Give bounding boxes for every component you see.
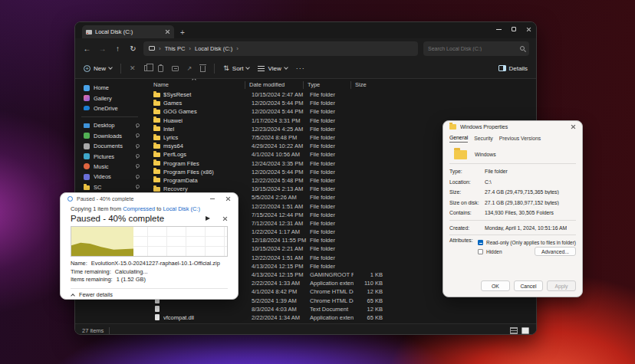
file-name: Intel: [163, 126, 248, 133]
file-type: File folder: [306, 169, 354, 175]
file-row[interactable]: GOG Games 12/20/2024 5:44 PM File folder: [148, 107, 536, 116]
minimize-icon[interactable]: [496, 29, 502, 30]
view-button[interactable]: View: [258, 65, 287, 72]
new-button[interactable]: + New: [84, 65, 112, 72]
cancel-button[interactable]: Cancel: [514, 280, 543, 291]
source-folder-link[interactable]: Compressed: [123, 205, 155, 212]
file-row[interactable]: Games 12/20/2024 5:44 PM File folder: [148, 99, 536, 107]
file-date-modified: 1/17/2024 3:31 PM: [248, 117, 306, 124]
sidebar-item[interactable]: Desktop: [75, 120, 144, 130]
properties-tab[interactable]: General: [449, 135, 468, 143]
details-toggle[interactable]: Details: [498, 65, 528, 72]
sidebar-item[interactable]: Documents: [75, 141, 144, 151]
tab-close-icon[interactable]: [165, 29, 170, 34]
more-options-icon[interactable]: ···: [296, 64, 305, 72]
advanced-button[interactable]: Advanced...: [535, 247, 576, 256]
file-type: File folder: [306, 108, 354, 115]
column-type[interactable]: Type: [303, 81, 350, 89]
sidebar-item-label: Downloads: [94, 133, 131, 139]
file-date-modified: 4/13/2024 12:15 PM: [248, 263, 306, 270]
cut-icon[interactable]: ✕: [130, 64, 136, 72]
sort-icon: ⇅: [223, 64, 229, 72]
object-name: Windows: [475, 152, 496, 157]
copy-icon[interactable]: [144, 65, 150, 71]
breadcrumb-local-disk[interactable]: Local Disk (C:): [195, 45, 232, 52]
file-name: $SysReset: [163, 91, 248, 98]
pin-icon: [135, 133, 140, 138]
back-icon[interactable]: ←: [82, 44, 92, 53]
sidebar-item[interactable]: Gallery: [75, 93, 144, 103]
properties-tab[interactable]: Previous Versions: [499, 136, 541, 143]
breadcrumb[interactable]: › This PC › Local Disk (C:) ›: [143, 41, 418, 56]
sidebar-item[interactable]: OneDrive: [75, 103, 144, 113]
properties-tab[interactable]: Security: [474, 136, 493, 143]
search-icon: [520, 46, 525, 51]
resume-icon[interactable]: [206, 216, 210, 221]
file-type: File folder: [306, 100, 354, 107]
column-size[interactable]: Size: [350, 81, 384, 89]
breadcrumb-this-pc[interactable]: This PC: [165, 45, 186, 52]
chevron-up-icon: [71, 293, 75, 298]
new-label: New: [94, 65, 106, 72]
hidden-checkbox[interactable]: [478, 249, 483, 254]
sidebar-item[interactable]: Pictures: [75, 151, 144, 161]
sort-button[interactable]: ⇅ Sort: [223, 64, 249, 72]
fewer-details-button[interactable]: Fewer details: [71, 289, 228, 301]
file-row[interactable]: 8/3/2024 4:03 AM Text Document 12 KB: [148, 305, 536, 313]
destination-folder-link[interactable]: Local Disk (C:): [163, 205, 199, 212]
transfer-speed-graph: [71, 226, 228, 257]
cancel-copy-icon[interactable]: [222, 216, 228, 221]
sidebar-item[interactable]: Music: [75, 162, 144, 172]
downloads-icon: [84, 133, 90, 139]
folder-icon: [153, 152, 160, 157]
maximize-icon[interactable]: [512, 27, 516, 31]
folder-icon: [153, 187, 160, 192]
file-name: Program Files (x86): [163, 169, 248, 175]
file-name: Recovery: [163, 185, 248, 192]
new-tab-button[interactable]: +: [180, 28, 185, 38]
file-row[interactable]: vfcompat.dll 2/22/2024 1:34 AM Applicati…: [148, 313, 536, 322]
file-date-modified: 4/1/2024 10:56 AM: [248, 151, 306, 158]
property-value: 134,930 Files, 30,505 Folders: [485, 210, 554, 215]
close-icon[interactable]: [225, 196, 231, 202]
column-headers: Name Date modified Type Size: [148, 79, 536, 90]
file-name: GOG Games: [163, 108, 248, 115]
close-icon[interactable]: [526, 27, 531, 32]
file-date-modified: 2/22/2024 1:34 AM: [248, 314, 306, 321]
sidebar-item[interactable]: Home: [75, 83, 144, 93]
details-label: Details: [509, 65, 528, 72]
column-date-modified[interactable]: Date modified: [245, 81, 303, 89]
file-type: File folder: [306, 220, 354, 227]
column-name[interactable]: Name: [148, 81, 245, 89]
details-view-icon[interactable]: [510, 327, 518, 334]
file-date-modified: 12/20/2024 5:44 PM: [248, 100, 306, 107]
file-date-modified: 7/12/2024 12:31 AM: [248, 220, 306, 227]
paste-icon[interactable]: [158, 65, 163, 72]
minimize-icon[interactable]: [210, 198, 215, 199]
property-row: Type: File folder: [449, 166, 576, 177]
plus-icon: +: [84, 65, 90, 72]
tab-local-disk-c[interactable]: Local Disk (C:): [82, 25, 174, 38]
share-icon[interactable]: ↗: [187, 65, 192, 72]
sidebar-item[interactable]: Videos: [75, 172, 144, 182]
sidebar-item[interactable]: SC: [75, 182, 144, 192]
refresh-icon[interactable]: ↻: [128, 44, 138, 53]
ok-button[interactable]: OK: [481, 280, 510, 291]
apply-button[interactable]: Apply: [547, 280, 576, 291]
delete-icon[interactable]: [200, 66, 206, 72]
rename-icon[interactable]: [172, 66, 179, 71]
chevron-right-icon: ›: [236, 45, 239, 52]
search-box[interactable]: [423, 41, 529, 56]
file-type: File folder: [306, 91, 354, 98]
close-icon[interactable]: [571, 124, 576, 130]
sidebar-item-label: Pictures: [94, 153, 131, 160]
large-icons-view-icon[interactable]: [521, 327, 529, 334]
forward-icon[interactable]: →: [97, 44, 107, 53]
file-row[interactable]: $SysReset 10/15/2024 2:47 AM File folder: [148, 90, 536, 99]
search-input[interactable]: [428, 46, 520, 51]
readonly-checkbox[interactable]: [478, 240, 483, 245]
sidebar-item[interactable]: Downloads: [75, 131, 144, 141]
items-count: 27 items: [82, 327, 104, 334]
address-bar: ← → ↑ ↻ › This PC › Local Disk (C:) ›: [75, 38, 536, 58]
up-icon[interactable]: ↑: [113, 44, 123, 53]
